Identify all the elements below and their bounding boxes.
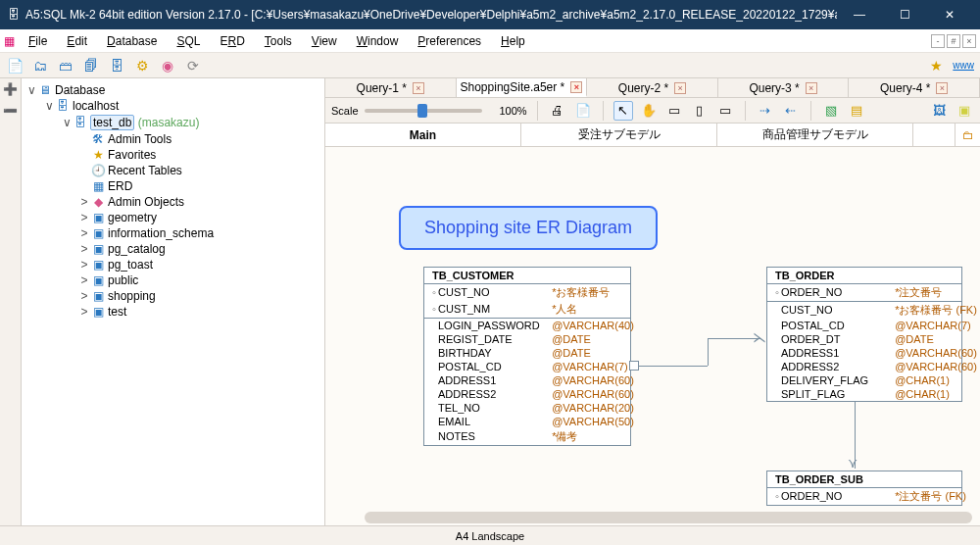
star-icon[interactable]: ★ [927,57,945,74]
menu-erd[interactable]: ERD [210,32,254,50]
tree-item-geometry[interactable]: >▣geometry [78,210,324,225]
db-icon[interactable]: 🗃 [57,57,74,74]
pointer-tool-icon[interactable]: ↖ [613,101,633,121]
www-link[interactable]: www [953,60,974,71]
tab-label: Query-2 * [618,81,668,95]
tab-label: Query-3 * [749,81,799,95]
menu-sql[interactable]: SQL [167,32,210,50]
doc-tab-4[interactable]: Query-4 *× [849,78,980,97]
tree-item-recent-tables[interactable]: 🕘Recent Tables [78,163,324,178]
menu-database[interactable]: Database [97,32,167,50]
menu-view[interactable]: View [302,32,347,50]
tab-close-icon[interactable]: × [570,81,582,93]
tree-db[interactable]: ∨🗄 test_db (masakazu) [61,114,324,131]
doc-tab-1[interactable]: ShoppingSite.a5er *× [457,78,588,97]
window-title: A5:SQL Mk-2 64bit edition Version 2.17.0… [25,8,837,22]
doc-tab-3[interactable]: Query-3 *× [718,78,850,97]
doc-tab-2[interactable]: Query-2 *× [587,78,718,97]
canvas-horizontal-scrollbar[interactable] [365,512,972,523]
relation-line [639,366,708,367]
tree-item-pg-toast[interactable]: >▣pg_toast [78,257,324,272]
add-tree-icon[interactable]: ➕ [3,82,18,96]
gear-icon[interactable]: ⚙ [133,57,151,74]
dependency-tool-icon[interactable]: ⇠ [781,101,801,121]
window-sub-buttons[interactable]: -#× [929,33,976,48]
tab-close-icon[interactable]: × [674,82,686,94]
entity-tb-customer[interactable]: TB_CUSTOMER ◦CUST_NO *お客様番号◦CUST_NM *人名L… [423,267,631,446]
open-icon[interactable]: 🗂 [31,57,49,74]
tree-host[interactable]: ∨🗄localhost [43,98,324,114]
vertical-toolbar: ➕ ➖ [0,78,22,525]
new-doc-icon[interactable]: 📄 [6,57,24,74]
copy-icon[interactable]: 🗐 [82,57,100,74]
erd-canvas[interactable]: Shopping site ER Diagram TB_CUSTOMER ◦CU… [325,147,980,525]
tab-close-icon[interactable]: × [806,82,817,94]
menu-help[interactable]: Help [491,32,535,50]
menu-tools[interactable]: Tools [255,32,302,50]
submodel-tabs: Main受注サブモデル商品管理サブモデル🗀 [325,124,980,147]
menu-edit[interactable]: Edit [57,32,97,50]
maximize-button[interactable]: ☐ [882,0,927,29]
scale-label: Scale [331,105,359,117]
comment-tool-icon[interactable]: ▤ [847,101,866,121]
erd-toolbar: Scale 100% 🖨 📄 ↖ ✋ ▭ ▯ ▭ ⇢ ⇠ ▧ ▤ 🖼 ▣ [325,98,980,124]
tree-item-public[interactable]: >▣public [78,272,324,288]
tree-item-admin-objects[interactable]: >◆Admin Objects [78,194,324,210]
link-tool-icon[interactable]: ▯ [690,101,710,121]
tab-close-icon[interactable]: × [936,82,948,94]
report-icon[interactable]: 📄 [573,101,593,121]
app-icon: 🗄 [8,8,20,22]
tab-label: Query-1 * [357,81,407,95]
subtab-1[interactable]: 受注サブモデル [521,124,717,146]
title-bar: 🗄 A5:SQL Mk-2 64bit edition Version 2.17… [0,0,980,29]
tree-item-test[interactable]: >▣test [78,304,324,320]
menu-window[interactable]: Window [347,32,409,50]
tab-close-icon[interactable]: × [413,82,424,94]
print-icon[interactable]: 🖨 [548,101,567,121]
diagram-title[interactable]: Shopping site ER Diagram [399,206,658,250]
tree-item-information-schema[interactable]: >▣information_schema [78,225,324,241]
relation-tool-icon[interactable]: ⇢ [756,101,775,121]
scale-value: 100% [488,105,527,117]
tree-item-pg-catalog[interactable]: >▣pg_catalog [78,241,324,257]
document-tabs: Query-1 *×ShoppingSite.a5er *×Query-2 *×… [325,78,980,98]
close-button[interactable]: ✕ [927,0,972,29]
menu-bar: ▦ File Edit Database SQL ERD Tools View … [0,29,980,53]
tree-item-shopping[interactable]: >▣shopping [78,288,324,304]
image-tool-icon[interactable]: 🖼 [929,101,949,121]
entity-tool-icon[interactable]: ▭ [664,101,684,121]
subtab-0[interactable]: Main [325,124,521,146]
doc-tab-0[interactable]: Query-1 *× [325,78,457,97]
status-bar: A4 Landscape [0,525,980,545]
crowfoot-icon: ⋎ [848,455,858,471]
tab-label: ShoppingSite.a5er * [461,80,565,94]
entity-tb-order-sub[interactable]: TB_ORDER_SUB ◦ORDER_NO *注文番号 (FK) [766,471,962,506]
tree-item-favorites[interactable]: ★Favorites [78,147,324,163]
subtab-add-icon[interactable]: 🗀 [955,124,980,146]
minimize-button[interactable]: — [837,0,882,29]
scale-slider[interactable] [365,109,482,113]
highlight-tool-icon[interactable]: ▣ [955,101,974,121]
table-icon[interactable]: 🗄 [108,57,125,74]
app-menu-icon[interactable]: ▦ [4,34,15,48]
region-tool-icon[interactable]: ▧ [821,101,841,121]
hand-tool-icon[interactable]: ✋ [639,101,659,121]
menu-preferences[interactable]: Preferences [408,32,491,50]
entity-tb-order[interactable]: TB_ORDER ◦ORDER_NO *注文番号CUST_NO *お客様番号 (… [766,267,962,402]
crowfoot-icon: ⋋ [753,329,766,345]
target-icon[interactable]: ◉ [159,57,176,74]
relation-line [708,338,709,366]
tree-item-erd[interactable]: ▦ERD [78,178,324,194]
status-text: A4 Landscape [456,530,524,542]
menu-file[interactable]: File [19,32,57,50]
tree-root[interactable]: ∨🖥Database [25,82,324,98]
tab-label: Query-4 * [880,81,930,95]
refresh-icon[interactable]: ⟳ [184,57,202,74]
relation-port [629,361,639,371]
toolbar: 📄 🗂 🗃 🗐 🗄 ⚙ ◉ ⟳ ★ www [0,53,980,78]
subtab-2[interactable]: 商品管理サブモデル [717,124,913,146]
note-tool-icon[interactable]: ▭ [715,101,735,121]
remove-tree-icon[interactable]: ➖ [3,104,18,118]
database-tree-panel: ∨🖥Database ∨🗄localhost ∨🗄 test_db (masak… [22,78,325,525]
tree-item-admin-tools[interactable]: 🛠Admin Tools [78,131,324,147]
